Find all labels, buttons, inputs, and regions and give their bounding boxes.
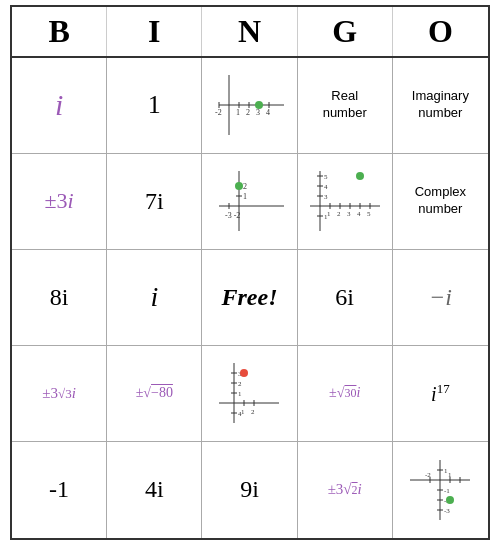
cell-r2c4: 3 4 5 1 1 2 3 4 5 — [298, 154, 393, 250]
svg-point-21 — [235, 182, 243, 190]
cell-r4c4: ±√30i — [298, 346, 393, 442]
svg-text:5: 5 — [367, 210, 371, 218]
svg-text:3: 3 — [324, 193, 328, 201]
svg-text:-3 -2: -3 -2 — [225, 211, 240, 220]
cell-r5c2: 4i — [107, 442, 202, 538]
svg-text:2: 2 — [337, 210, 341, 218]
cell-value: Complexnumber — [415, 184, 466, 218]
cell-r1c4: Realnumber — [298, 58, 393, 154]
svg-point-42 — [356, 172, 364, 180]
cell-value: ±√−80 — [136, 385, 173, 401]
header-i: I — [107, 7, 202, 56]
cell-r1c5: Imaginarynumber — [393, 58, 488, 154]
cell-r2c1: ±3i — [12, 154, 107, 250]
bingo-grid: i 1 -2 1 2 3 4 — [12, 58, 488, 538]
svg-text:5: 5 — [324, 173, 328, 181]
svg-text:2: 2 — [243, 182, 247, 191]
header-g: G — [298, 7, 393, 56]
svg-text:-2: -2 — [425, 471, 431, 479]
cell-value: i — [55, 88, 63, 122]
svg-text:1: 1 — [238, 390, 242, 398]
svg-text:1: 1 — [448, 471, 452, 479]
cell-r4c2: ±√−80 — [107, 346, 202, 442]
cell-r1c3: -2 1 2 3 4 — [202, 58, 297, 154]
svg-text:1: 1 — [243, 192, 247, 201]
cell-value: Imaginarynumber — [412, 88, 469, 122]
cell-r5c4: ±3√2i — [298, 442, 393, 538]
svg-text:-2: -2 — [215, 108, 222, 117]
cell-value: ±3√3i — [42, 385, 76, 402]
cell-value: 1 — [148, 90, 161, 120]
header-n: N — [202, 7, 297, 56]
cell-r5c5: 1 -1 -2 -3 -2 1 — [393, 442, 488, 538]
cell-r2c2: 7i — [107, 154, 202, 250]
cell-value: Free! — [221, 284, 277, 311]
svg-text:3: 3 — [256, 108, 260, 117]
cell-value: ±3i — [44, 188, 73, 214]
graph-svg: 1 2 -3 -2 — [209, 166, 289, 236]
svg-text:2: 2 — [251, 408, 255, 416]
svg-text:1: 1 — [241, 408, 245, 416]
svg-text:3: 3 — [347, 210, 351, 218]
header-o: O — [393, 7, 488, 56]
svg-text:1: 1 — [327, 210, 331, 218]
cell-value: 8i — [50, 284, 69, 311]
cell-value: 4i — [145, 476, 164, 503]
graph-svg: -2 1 2 3 4 — [209, 70, 289, 140]
svg-point-73 — [446, 496, 454, 504]
cell-r3c4: 6i — [298, 250, 393, 346]
graph-svg: 3 4 5 1 1 2 3 4 5 — [305, 166, 385, 236]
cell-value: −i — [429, 284, 452, 311]
cell-r2c3: 1 2 -3 -2 — [202, 154, 297, 250]
cell-r4c1: ±3√3i — [12, 346, 107, 442]
svg-text:-3: -3 — [444, 507, 450, 515]
cell-value: 9i — [240, 476, 259, 503]
header-b: B — [12, 7, 107, 56]
cell-r3c3: Free! — [202, 250, 297, 346]
svg-point-12 — [255, 101, 263, 109]
bingo-card: B I N G O i 1 -2 — [10, 5, 490, 540]
cell-value: i — [150, 281, 158, 313]
cell-r3c2: i — [107, 250, 202, 346]
svg-text:4: 4 — [357, 210, 361, 218]
cell-r3c1: 8i — [12, 250, 107, 346]
cell-r4c3: 1 2 3 4 1 2 — [202, 346, 297, 442]
cell-r1c2: 1 — [107, 58, 202, 154]
svg-text:-1: -1 — [444, 487, 450, 495]
cell-value: -1 — [49, 476, 69, 503]
cell-r2c5: Complexnumber — [393, 154, 488, 250]
graph-svg: 1 -1 -2 -3 -2 1 — [400, 455, 480, 525]
svg-text:2: 2 — [238, 380, 242, 388]
cell-r3c5: −i — [393, 250, 488, 346]
cell-r5c3: 9i — [202, 442, 297, 538]
svg-text:1: 1 — [236, 108, 240, 117]
cell-value: Realnumber — [323, 88, 367, 122]
cell-value: 7i — [145, 188, 164, 215]
cell-value: i17 — [431, 381, 450, 406]
graph-svg: 1 2 3 4 1 2 — [209, 358, 289, 428]
cell-value: ±√30i — [329, 385, 360, 401]
bingo-header: B I N G O — [12, 7, 488, 58]
svg-text:4: 4 — [324, 183, 328, 191]
cell-r1c1: i — [12, 58, 107, 154]
cell-r4c5: i17 — [393, 346, 488, 442]
cell-value: ±3√2i — [328, 481, 362, 498]
cell-value: 6i — [335, 284, 354, 311]
svg-point-57 — [240, 369, 248, 377]
cell-r5c1: -1 — [12, 442, 107, 538]
svg-text:4: 4 — [266, 108, 270, 117]
svg-text:2: 2 — [246, 108, 250, 117]
